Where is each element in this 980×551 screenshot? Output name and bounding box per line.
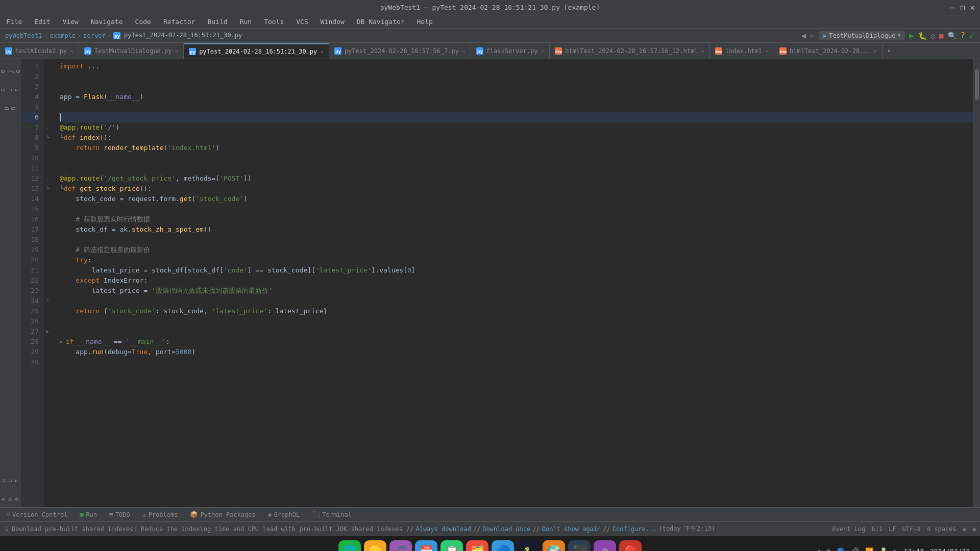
close-button[interactable]: ✕ [970,3,975,12]
tab-close[interactable]: ✕ [701,48,704,55]
code-lines[interactable]: import ... app = Flask(__name__) [52,59,973,507]
toolbar-terminal[interactable]: ⬛ Terminal [310,510,354,519]
tab-close[interactable]: ✕ [874,48,877,55]
tab-htmltest1[interactable]: html htmlTest_2024-02-28_16:57:56_12.htm… [550,43,710,59]
search-toolbar-icon[interactable]: 🔍 [948,32,957,40]
tab-html-icon: html [715,47,722,55]
toolbar-graphql[interactable]: ◈ GraphQL [266,510,302,519]
toolbar-python-packages[interactable]: 📦 Python Packages [188,510,257,519]
dock-calendar[interactable]: 📅 [415,540,437,552]
coverage-button[interactable]: ◎ [931,32,935,40]
tab-indexhtml[interactable]: html index.html ✕ [710,43,774,59]
menu-refactor[interactable]: Refactor [161,17,198,27]
breadcrumb-server[interactable]: server [83,32,105,39]
menu-db-navigator[interactable]: DB Navigator [355,17,407,27]
menu-help[interactable]: Help [415,17,435,27]
code-line-24 [60,296,973,306]
dock-web[interactable]: 🌍 [543,540,565,552]
tab-pytest2[interactable]: py pyTest_2024-02-28_16:57:56_7.py ✕ [329,43,471,59]
status-left: ⤓ Download pre-built shared indexes: Red… [4,524,832,533]
todo-icon: ≡ [109,511,113,518]
menu-vcs[interactable]: VCS [294,17,310,27]
dock-folder[interactable]: 🗂️ [466,540,488,552]
sidebar-db-icon[interactable]: DB [2,100,18,116]
breadcrumb-project[interactable]: pyWebTest1 [5,32,42,39]
toolbar-todo[interactable]: ≡ TODO [107,510,132,519]
tab-close[interactable]: ✕ [70,48,74,55]
code-line-7: @app.route('/') [60,122,973,133]
taskbar-icon-add[interactable]: ⊕ [826,547,830,551]
dock-launchpad[interactable]: 🟡 [364,540,386,552]
stop-button[interactable]: ■ [939,32,943,40]
taskbar-icon-battery[interactable]: 🔋 [879,547,888,551]
check-button[interactable]: ✓ [969,30,975,41]
fold-marker-7[interactable]: ⌵ [43,122,52,133]
tab-testaicode2[interactable]: py testAIcode2.py ✕ [0,43,79,59]
toolbar-version-control[interactable]: ⑂ Version Control [4,510,69,519]
encoding: UTF-8 [902,525,921,533]
tab-htmltest2[interactable]: html htmlTest_2024-02-28... ✕ [774,43,883,59]
menu-code[interactable]: Code [133,17,153,27]
toolbar-problems[interactable]: ⚠ Problems [140,510,180,519]
tab-close[interactable]: ✕ [765,48,769,55]
dock-settings[interactable]: ⚙️ [594,540,616,552]
nav-forward-button[interactable]: ▶ [810,31,815,40]
editor-area[interactable]: 1 2 3 4 5 6 7 8 9 10 11 12 13 14 15 16 1… [20,59,980,507]
breadcrumb-example[interactable]: example [50,32,76,39]
taskbar-icon-volume[interactable]: 🔊 [851,547,859,551]
fold-marker-28[interactable]: ▶ [43,327,52,337]
sidebar-git-icon[interactable]: Git [2,82,18,98]
menu-edit[interactable]: Edit [32,17,52,27]
tab-close[interactable]: ✕ [541,48,545,55]
taskbar-icon-bluetooth[interactable]: 🔵 [837,547,845,551]
sidebar-structure-icon[interactable]: Structure [2,472,18,489]
minimize-button[interactable]: — [950,3,955,12]
right-scrollbar[interactable] [973,59,980,507]
run-button[interactable]: ▶ [909,31,914,40]
taskbar-icon-next[interactable]: ▶ [894,547,898,551]
svg-text:html: html [780,50,787,54]
tab-close[interactable]: ✕ [175,48,179,55]
menu-file[interactable]: File [4,17,24,27]
code-line-25: return {'stock_code': stock_code, 'lates… [60,306,973,316]
taskbar-icon-prev[interactable]: ◀ [816,547,820,551]
menu-navigate[interactable]: Navigate [89,17,125,27]
maximize-button[interactable]: ❐ [960,3,965,12]
dock-music[interactable]: 🎵 [389,540,412,552]
tab-close[interactable]: ✕ [462,48,465,55]
code-line-29: app.run(debug=True, port=5000) [60,347,973,357]
menu-build[interactable]: Build [206,17,230,27]
tab-flaskserver[interactable]: py flaskServer.py ✕ [471,43,550,59]
dock-jetbrains[interactable]: 🐍 [517,540,540,552]
help-toolbar-icon[interactable]: ? [961,31,966,40]
taskbar-icon-wifi[interactable]: 📶 [865,547,873,551]
toolbar-label: Terminal [322,511,352,518]
dock-terminal[interactable]: ⬛ [568,540,591,552]
status-configure[interactable]: Configure... [612,525,657,533]
menu-window[interactable]: Window [318,17,347,27]
dock-finder[interactable]: 🌐 [338,540,361,552]
scroll-thumb[interactable] [975,69,979,100]
fold-marker-12[interactable]: ⌵ [43,173,52,184]
status-download-once[interactable]: Download once [482,525,530,533]
status-always-download[interactable]: Always download [415,525,471,533]
tab-testmutualdialogue[interactable]: py TestMutualDialogue.py ✕ [79,43,184,59]
dock-notes[interactable]: 📋 [440,540,463,552]
tab-pytest-active[interactable]: py pyTest_2024-02-28_16:51:21_30.py ✕ [184,43,329,59]
code-line-11 [60,163,973,173]
more-tabs-button[interactable]: ▾ [883,47,895,55]
dock-app1[interactable]: 🔴 [619,540,642,552]
status-dont-show[interactable]: Don't show again [542,525,601,533]
sidebar-project-icon[interactable]: Project [2,63,18,80]
debug-button[interactable]: 🐛 [918,32,927,40]
tab-close[interactable]: ✕ [320,48,324,55]
menu-run[interactable]: Run [238,17,254,27]
run-config-dropdown[interactable]: ▶ TestMutualDialogue ▼ [819,31,905,40]
menu-view[interactable]: View [61,17,81,27]
nav-back-button[interactable]: ◀ [801,31,806,40]
sidebar-bookmarks-icon[interactable]: Bookmarks [2,491,18,507]
toolbar-run[interactable]: Run [78,510,99,519]
menu-tools[interactable]: Tools [262,17,286,27]
dock-browser[interactable]: 🔵 [492,540,514,552]
event-log-button[interactable]: Event Log [832,525,865,533]
